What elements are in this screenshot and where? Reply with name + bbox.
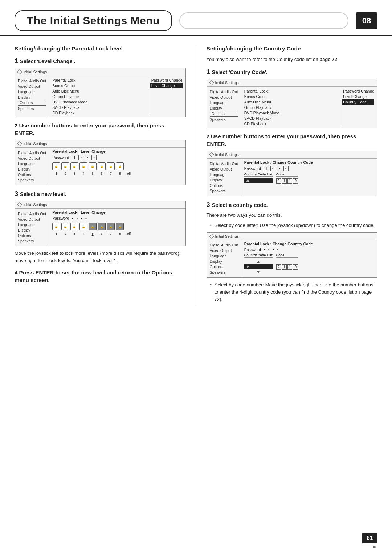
dot1: 1 <box>72 155 77 160</box>
num-icon3-5: 🔒 <box>89 223 97 230</box>
right-ui-box3-label: Initial Settings <box>215 234 239 238</box>
num-icon3-7: 🔒 <box>107 223 115 230</box>
sidebar-item: Language <box>18 222 46 227</box>
right-intro-bold: page 72 <box>319 57 337 62</box>
password-label-r2: Password <box>244 166 261 171</box>
code-cell2-4: 9 <box>293 264 298 270</box>
bullet-list: Select by code letter: Use the joystick … <box>210 222 378 229</box>
right-ui-box1-sidebar: Digital Audio Out Video Output Language … <box>207 87 241 128</box>
dot3: • <box>85 155 90 160</box>
diamond-icon2 <box>17 141 22 146</box>
sidebar-item: Options <box>18 172 46 177</box>
num-icon3-6: 🔒 <box>98 223 106 230</box>
footer-lang: En <box>373 544 377 548</box>
sidebar-item: Digital Audio Out <box>210 89 238 94</box>
code-col-header: Code <box>276 172 298 177</box>
num-label-2: 2 <box>61 172 69 175</box>
right-ui-box2-label: Initial Settings <box>215 152 239 157</box>
sidebar-item: Options <box>210 183 238 188</box>
right-ui-box1-label: Initial Settings <box>215 81 239 85</box>
left-ui-box2: Initial Settings Digital Audio Out Video… <box>15 140 186 185</box>
left-ui-box1-header: Initial Settings <box>15 68 185 76</box>
diamond-icon <box>17 69 22 74</box>
right-ui-box1-header: Initial Settings <box>207 79 377 87</box>
right-intro: You may also want to refer to the Countr… <box>207 56 378 63</box>
num-label-5: 5 <box>89 172 97 175</box>
numpad-row: 🔓 🔓 🔓 🔓 🔓 🔓 🔓 🔓 <box>52 162 182 170</box>
dot-r2-2: • <box>270 166 275 171</box>
num-label3-2: 2 <box>61 232 69 236</box>
sidebar-item: Video Output <box>210 166 238 172</box>
dot-s1: • • • • <box>72 216 87 220</box>
num-label-1: 1 <box>52 172 60 175</box>
left-step2-text: Use number buttons to enter your passwor… <box>15 122 164 136</box>
sidebar-item-options-r: Options <box>210 111 238 117</box>
left-ui-box1-subpanel: Password Change Level Change <box>148 77 183 115</box>
right-ui-box3-body: Digital Audio Out Video Output Language … <box>207 240 377 277</box>
right-ui-box3-panel: Parental Lock : Change Country Code Pass… <box>241 240 377 277</box>
sidebar-item: Digital Audio Out <box>18 78 46 83</box>
num-label-3: 3 <box>70 172 78 175</box>
panel-title3: Parental Lock : Level Change <box>52 210 182 215</box>
left-body-text: Move the joystick left to lock more leve… <box>15 250 186 264</box>
menu-item-country-code: Country Code <box>342 99 374 105</box>
page-footer: 61 En <box>362 533 377 548</box>
num-label-8: 8 <box>116 172 124 175</box>
sidebar-item: Speakers <box>18 106 46 111</box>
dots-r3: • • • • <box>264 248 279 252</box>
sidebar-item: Speakers <box>210 117 238 122</box>
sidebar-item: Video Output <box>18 155 46 161</box>
right-intro-period: . <box>337 57 339 62</box>
right-ui-box2-header: Initial Settings <box>207 151 377 159</box>
sidebar-item: Digital Audio Out <box>18 211 46 216</box>
left-ui-box1-body: Digital Audio Out Video Output Language … <box>15 76 185 117</box>
left-ui-box1-label: Initial Settings <box>23 70 47 74</box>
menu-item: SACD Playback <box>244 115 336 121</box>
right-ui-box1-subpanel: Password Change Level Change Country Cod… <box>340 88 374 126</box>
left-ui-box3-header: Initial Settings <box>15 201 185 209</box>
right-ui-box2: Initial Settings Digital Audio Out Video… <box>207 151 378 196</box>
left-step4-text: Press ENTER to set the new level and ret… <box>15 269 172 283</box>
dot-r2-1: 1 <box>264 166 269 171</box>
right-intro-text: You may also want to refer to the Countr… <box>207 57 318 62</box>
right-step3-text: Select a country code. <box>212 202 268 208</box>
left-column: Setting/changing the Parental Lock level… <box>15 45 196 306</box>
country-col-header: Country Code List <box>244 172 273 177</box>
right-ui-box3: Initial Settings Digital Audio Out Video… <box>207 232 378 278</box>
sidebar-item: Digital Audio Out <box>18 150 46 155</box>
left-step1-heading: 1 Select 'Level Change'. <box>15 57 186 65</box>
left-step2-num: 2 <box>15 122 19 128</box>
num-icon-7: 🔓 <box>107 162 115 170</box>
code-cell-3: 1 <box>287 178 293 184</box>
left-ui-box3-label: Initial Settings <box>23 203 47 207</box>
num-icon-3: 🔓 <box>70 162 78 170</box>
right-step1-num: 1 <box>207 68 212 76</box>
footer-page-number: 61 <box>362 533 377 543</box>
code-cell2-1: 2 <box>276 264 281 270</box>
left-step3-heading: 3 Select a new level. <box>15 190 186 198</box>
sidebar-item: Options <box>210 264 238 270</box>
num-label3-8: 8 <box>116 232 124 236</box>
right-step1-text: Select 'Country Code'. <box>212 69 268 75</box>
left-ui-box1-panel: Parental Lock Bonus Group Auto Disc Menu… <box>49 76 185 117</box>
menu-item: DVD Playback Mode <box>52 99 144 105</box>
sidebar-item: Display <box>210 177 238 183</box>
bullet-item-2: Select by code number: Move the joystick… <box>210 281 378 303</box>
dot-r2-3: • <box>277 166 282 171</box>
panel-title-r3: Parental Lock : Change Country Code <box>244 242 374 246</box>
right-step2-num: 2 <box>207 133 211 139</box>
left-step1-num: 1 <box>15 57 20 65</box>
menu-item: Bonus Group <box>244 94 336 99</box>
left-ui-box2-label: Initial Settings <box>23 142 47 146</box>
page-number: 08 <box>356 12 377 29</box>
diamond-icon-r3 <box>209 233 214 238</box>
country-col: Country Code List us <box>244 172 273 183</box>
sidebar-item: Display <box>18 94 46 100</box>
right-ui-box1-panel: Parental Lock Bonus Group Auto Disc Menu… <box>241 87 377 128</box>
menu-item: Level Change <box>343 94 374 99</box>
header-oval <box>179 12 348 29</box>
menu-item: SACD Playback <box>52 105 144 110</box>
num-label-7: 7 <box>107 172 115 175</box>
dot4: • <box>91 155 97 160</box>
left-ui-box2-body: Digital Audio Out Video Output Language … <box>15 148 185 185</box>
